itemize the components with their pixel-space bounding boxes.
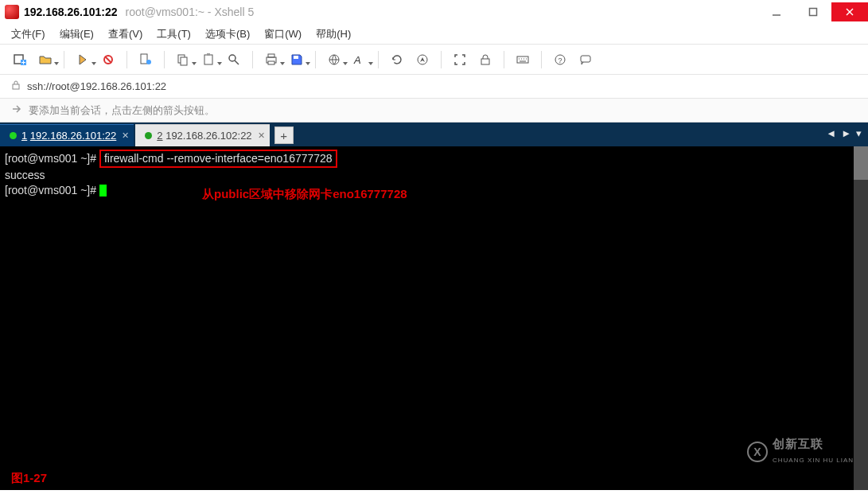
svg-rect-14 (204, 55, 212, 64)
tab-scroll-controls: ◄ ► ▾ (826, 127, 862, 139)
toolbar-separator (315, 51, 316, 68)
reconnect-icon[interactable] (72, 49, 93, 70)
hint-text: 要添加当前会话，点击左侧的箭头按钮。 (29, 103, 215, 118)
disconnect-icon[interactable] (98, 49, 119, 70)
toolbar-separator (164, 51, 165, 68)
menu-tools[interactable]: 工具(T) (157, 27, 191, 41)
svg-rect-15 (207, 53, 210, 56)
svg-rect-1 (810, 9, 817, 16)
annotation-caption: 从public区域中移除网卡eno16777728 (202, 186, 407, 201)
menu-help[interactable]: 帮助(H) (316, 27, 351, 41)
menu-edit[interactable]: 编辑(E) (60, 27, 94, 41)
tab-index: 2 (157, 130, 162, 142)
terminal[interactable]: [root@vms001 ~]# firewall-cmd --remove-i… (0, 146, 868, 490)
prompt: [root@vms001 ~]# (5, 152, 96, 165)
svg-line-9 (105, 56, 111, 63)
svg-point-16 (229, 55, 235, 61)
tab-close-icon[interactable]: ✕ (122, 130, 129, 141)
find-icon[interactable] (224, 49, 244, 70)
watermark-en: CHUANG XIN HU LIAN (773, 453, 854, 468)
paste-icon[interactable] (198, 49, 219, 70)
terminal-line: [root@vms001 ~]# (5, 183, 863, 198)
refresh-icon[interactable] (387, 49, 407, 70)
title-host: 192.168.26.101:22 (24, 6, 118, 18)
command-text: firewall-cmd --remove-interface=eno16777… (104, 152, 333, 165)
compass-icon[interactable] (412, 49, 433, 70)
scrollbar-thumb[interactable] (854, 146, 868, 180)
title-sub: root@vms001:~ - Xshell 5 (126, 6, 255, 18)
tab-strip: 1 192.168.26.101:22 ✕ 2 192.168.26.102:2… (0, 123, 868, 146)
copy-icon[interactable] (173, 49, 193, 70)
toolbar: A ? (0, 45, 868, 75)
svg-rect-35 (13, 84, 19, 89)
language-icon[interactable] (324, 49, 344, 70)
lock-mini-icon (11, 80, 21, 93)
toolbar-separator (504, 51, 504, 68)
svg-rect-10 (141, 54, 147, 64)
svg-line-17 (235, 60, 239, 64)
menu-file[interactable]: 文件(F) (11, 27, 45, 41)
close-button[interactable] (831, 2, 868, 21)
tab-index: 1 (21, 130, 27, 142)
prompt: [root@vms001 ~]# (5, 184, 96, 196)
menu-view[interactable]: 查看(V) (108, 27, 142, 41)
toolbar-separator (541, 51, 542, 68)
figure-label: 图1-27 (11, 470, 47, 485)
toolbar-separator (127, 51, 127, 68)
watermark-logo-icon: X (747, 442, 768, 462)
minimize-button[interactable] (758, 2, 795, 21)
keyboard-icon[interactable] (512, 49, 533, 70)
terminal-cursor (99, 185, 107, 196)
status-dot-icon (145, 132, 152, 139)
terminal-scrollbar[interactable] (854, 146, 868, 490)
command-highlight: firewall-cmd --remove-interface=eno16777… (99, 150, 337, 168)
svg-text:A: A (353, 54, 361, 66)
tab-session-1[interactable]: 1 192.168.26.101:22 ✕ (0, 124, 134, 146)
chat-icon[interactable] (575, 49, 596, 70)
address-url[interactable]: ssh://root@192.168.26.101:22 (27, 80, 166, 92)
watermark: X 创新互联 CHUANG XIN HU LIAN (747, 436, 854, 468)
svg-rect-25 (481, 59, 489, 64)
svg-rect-13 (181, 57, 187, 65)
svg-rect-20 (268, 61, 274, 64)
address-bar: ssh://root@192.168.26.101:22 (0, 75, 868, 99)
font-icon[interactable]: A (349, 49, 370, 70)
help-icon[interactable]: ? (550, 49, 570, 70)
svg-rect-19 (268, 54, 274, 57)
maximize-button[interactable] (795, 2, 831, 21)
toolbar-separator (252, 51, 253, 68)
save-icon[interactable] (286, 49, 307, 70)
tab-label: 192.168.26.101:22 (30, 130, 116, 142)
open-session-icon[interactable] (35, 49, 56, 70)
svg-rect-34 (581, 56, 590, 62)
svg-point-11 (146, 60, 151, 64)
svg-rect-26 (517, 56, 528, 63)
status-dot-icon (10, 132, 17, 139)
properties-icon[interactable] (135, 49, 156, 70)
tab-scroll-right-icon[interactable]: ► (841, 127, 851, 139)
menu-bar: 文件(F) 编辑(E) 查看(V) 工具(T) 选项卡(B) 窗口(W) 帮助(… (0, 24, 868, 45)
hint-arrow-icon[interactable] (11, 103, 22, 117)
print-icon[interactable] (261, 49, 282, 70)
tab-close-icon[interactable]: ✕ (258, 130, 265, 141)
svg-rect-21 (294, 56, 298, 59)
lock-icon[interactable] (475, 49, 496, 70)
tab-label: 192.168.26.102:22 (165, 130, 251, 142)
menu-window[interactable]: 窗口(W) (264, 27, 302, 41)
window-buttons (758, 2, 868, 21)
svg-text:?: ? (559, 56, 562, 64)
new-session-icon[interactable] (10, 49, 30, 70)
toolbar-separator (378, 51, 379, 68)
fullscreen-icon[interactable] (450, 49, 470, 70)
add-tab-button[interactable]: + (274, 126, 294, 144)
titlebar: 192.168.26.101:22 root@vms001:~ - Xshell… (0, 0, 868, 24)
terminal-output: success (5, 168, 863, 183)
toolbar-separator (64, 51, 64, 68)
watermark-zh: 创新互联 (773, 437, 823, 450)
tab-menu-icon[interactable]: ▾ (856, 127, 862, 139)
menu-tabs[interactable]: 选项卡(B) (205, 27, 250, 41)
tab-session-2[interactable]: 2 192.168.26.102:22 ✕ (135, 124, 269, 146)
tab-scroll-left-icon[interactable]: ◄ (826, 127, 836, 139)
terminal-line: [root@vms001 ~]# firewall-cmd --remove-i… (5, 150, 863, 168)
hint-bar: 要添加当前会话，点击左侧的箭头按钮。 (0, 99, 868, 123)
